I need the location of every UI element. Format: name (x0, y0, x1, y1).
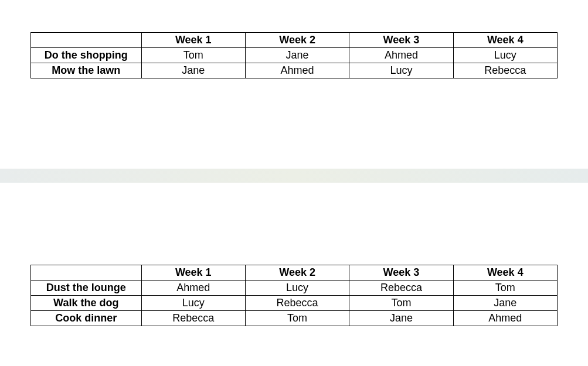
header-week4: Week 4 (453, 33, 557, 48)
cell: Rebecca (453, 63, 557, 78)
task-name: Do the shopping (31, 48, 142, 63)
table-header-row: Week 1 Week 2 Week 3 Week 4 (31, 265, 558, 281)
table-header-row: Week 1 Week 2 Week 3 Week 4 (31, 33, 558, 48)
table-row: Cook dinner Rebecca Tom Jane Ahmed (31, 311, 558, 326)
page-top: Week 1 Week 2 Week 3 Week 4 Do the shopp… (0, 0, 588, 78)
cell: Ahmed (349, 48, 453, 63)
header-week4: Week 4 (453, 265, 557, 281)
cell: Jane (141, 63, 245, 78)
cell: Lucy (453, 48, 557, 63)
header-week3: Week 3 (349, 33, 453, 48)
cell: Rebecca (245, 296, 349, 311)
task-name: Mow the lawn (31, 63, 142, 78)
header-week2: Week 2 (245, 265, 349, 281)
chore-table-1: Week 1 Week 2 Week 3 Week 4 Do the shopp… (30, 32, 558, 78)
header-week2: Week 2 (245, 33, 349, 48)
cell: Tom (245, 311, 349, 326)
task-name: Dust the lounge (31, 281, 142, 296)
page-bottom: Week 1 Week 2 Week 3 Week 4 Dust the lou… (0, 265, 588, 326)
table-row: Do the shopping Tom Jane Ahmed Lucy (31, 48, 558, 63)
cell: Tom (349, 296, 453, 311)
table-row: Mow the lawn Jane Ahmed Lucy Rebecca (31, 63, 558, 78)
table-row: Walk the dog Lucy Rebecca Tom Jane (31, 296, 558, 311)
chore-table-2: Week 1 Week 2 Week 3 Week 4 Dust the lou… (30, 265, 558, 326)
table-row: Dust the lounge Ahmed Lucy Rebecca Tom (31, 281, 558, 296)
header-blank (31, 265, 142, 281)
header-week3: Week 3 (349, 265, 453, 281)
header-blank (31, 33, 142, 48)
cell: Lucy (349, 63, 453, 78)
cell: Ahmed (141, 281, 245, 296)
cell: Jane (349, 311, 453, 326)
cell: Ahmed (245, 63, 349, 78)
cell: Tom (141, 48, 245, 63)
cell: Tom (453, 281, 557, 296)
cell: Lucy (141, 296, 245, 311)
cell: Rebecca (349, 281, 453, 296)
task-name: Walk the dog (31, 296, 142, 311)
header-week1: Week 1 (141, 33, 245, 48)
task-name: Cook dinner (31, 311, 142, 326)
page-break-divider (0, 169, 588, 183)
header-week1: Week 1 (141, 265, 245, 281)
cell: Jane (245, 48, 349, 63)
cell: Ahmed (453, 311, 557, 326)
cell: Lucy (245, 281, 349, 296)
cell: Rebecca (141, 311, 245, 326)
cell: Jane (453, 296, 557, 311)
